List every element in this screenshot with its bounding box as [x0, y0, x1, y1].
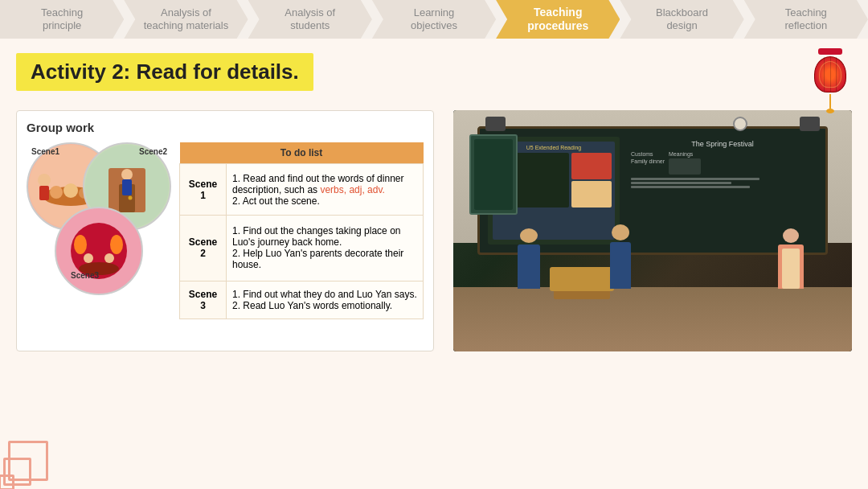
venn-label-scene3: Scene3: [71, 271, 99, 280]
venn-label-scene1: Scene1: [31, 147, 59, 156]
nav-item-teaching-procedures[interactable]: Teaching procedures: [496, 0, 620, 39]
nav-item-learning-objectives[interactable]: Learning objectives: [372, 0, 496, 39]
lantern-top: [818, 48, 842, 55]
bottom-decoration: [0, 425, 64, 489]
deco-square-3: [0, 475, 14, 489]
scene1-text-plain2: 2. Act out the scene.: [232, 195, 320, 207]
scene1-text-highlight: verbs, adj, adv.: [320, 184, 384, 195]
venn-circle-scene3: [55, 207, 143, 295]
scene1-cell: Scene 1: [180, 164, 227, 216]
lantern-tassel-end: [826, 109, 834, 113]
svg-point-20: [84, 253, 93, 263]
top-navigation: Teaching principle Analysis of teaching …: [0, 0, 868, 39]
nav-item-analysis-students[interactable]: Analysis of students: [248, 0, 372, 39]
activity-title: Activity 2: Read for details.: [16, 53, 313, 91]
content-row: Group work: [16, 110, 852, 351]
svg-point-18: [110, 235, 123, 254]
svg-point-5: [38, 174, 51, 187]
nav-item-teaching-principle[interactable]: Teaching principle: [0, 0, 124, 39]
main-content: Activity 2: Read for details. Group work: [0, 39, 868, 360]
table-row: Scene 3 1. Find out what they do and Luo…: [180, 281, 424, 318]
left-panel: Group work: [16, 110, 434, 351]
lantern-tassel: [829, 94, 831, 109]
svg-point-3: [63, 183, 78, 198]
lantern-body: [814, 56, 846, 92]
scene3-content: 1. Find out what they do and Luo Yan say…: [227, 281, 424, 318]
scene2-cell: Scene 2: [180, 216, 227, 281]
table-row: Scene 1 1. Read and find out the words o…: [180, 164, 424, 216]
nav-item-teaching-reflection[interactable]: Teaching reflection: [744, 0, 868, 39]
svg-point-12: [129, 196, 133, 200]
nav-item-blackboard-design[interactable]: Blackboard design: [620, 0, 743, 39]
classroom-photo-panel: U5 Extended Reading: [453, 110, 852, 351]
group-work-title: Group work: [27, 121, 424, 134]
venn-diagram: Scene1 Scene2 Scene3: [27, 142, 171, 319]
panel-inner: Scene1 Scene2 Scene3 To do list Scene 1: [27, 142, 424, 319]
nav-item-analysis-teaching-materials[interactable]: Analysis of teaching materials: [124, 0, 248, 39]
todo-table: To do list Scene 1 1. Read and find out …: [179, 142, 424, 319]
svg-rect-14: [122, 179, 132, 195]
classroom-floor: [453, 287, 852, 351]
scene2-content: 1. Find out the changes taking place on …: [227, 216, 424, 281]
svg-point-21: [104, 253, 114, 263]
venn-label-scene2: Scene2: [139, 147, 167, 156]
svg-point-13: [121, 169, 133, 180]
table-row: Scene 2 1. Find out the changes taking p…: [180, 216, 424, 281]
scene3-cell: Scene 3: [180, 281, 227, 318]
lantern-decoration: [808, 48, 852, 105]
svg-rect-6: [39, 186, 49, 200]
svg-point-2: [50, 186, 63, 199]
table-header: To do list: [180, 142, 424, 164]
classroom-photo: U5 Extended Reading: [453, 110, 852, 351]
svg-point-17: [74, 235, 87, 254]
scene1-content: 1. Read and find out the words of dinner…: [227, 164, 424, 216]
